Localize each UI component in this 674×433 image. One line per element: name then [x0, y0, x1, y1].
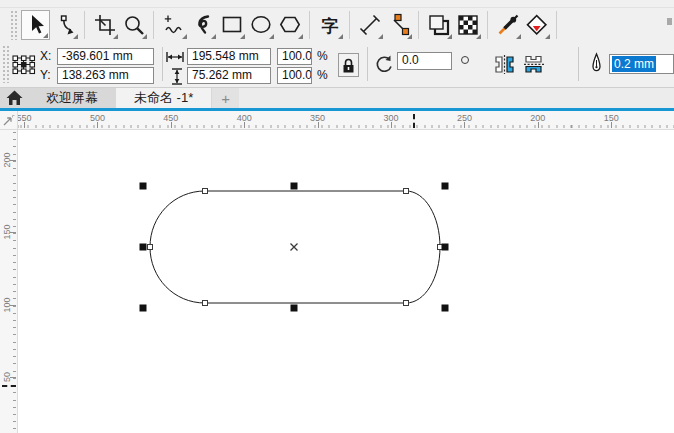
- selection-handle[interactable]: [291, 305, 298, 312]
- selection-handle[interactable]: [140, 305, 147, 312]
- selection-center-mark[interactable]: [291, 244, 298, 251]
- selection-handle[interactable]: [291, 183, 298, 190]
- selection-handle[interactable]: [140, 183, 147, 190]
- selection-handle[interactable]: [140, 244, 147, 251]
- curve-node[interactable]: [404, 301, 409, 306]
- selection-handle[interactable]: [442, 183, 449, 190]
- curve-node[interactable]: [148, 245, 153, 250]
- curve-node[interactable]: [203, 301, 208, 306]
- rounded-rectangle-shape[interactable]: [150, 191, 440, 303]
- coreldraw-window: 字 X: Y: -369.601 mm 138.263 mm 195.548 m…: [0, 0, 674, 433]
- selection-handle[interactable]: [442, 305, 449, 312]
- drawing-layer: [0, 0, 674, 433]
- curve-node[interactable]: [404, 189, 409, 194]
- selection-handle[interactable]: [442, 244, 449, 251]
- curve-node[interactable]: [203, 189, 208, 194]
